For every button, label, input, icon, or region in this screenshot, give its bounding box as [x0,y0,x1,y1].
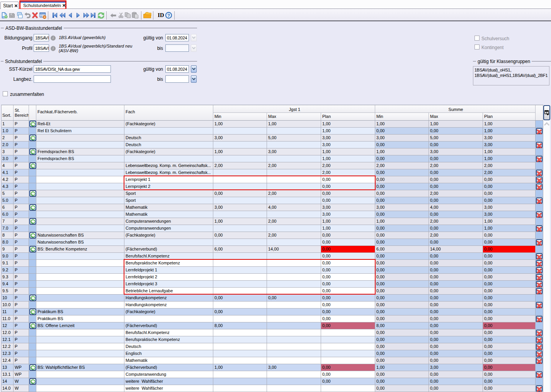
svg-text:?: ? [167,13,170,18]
